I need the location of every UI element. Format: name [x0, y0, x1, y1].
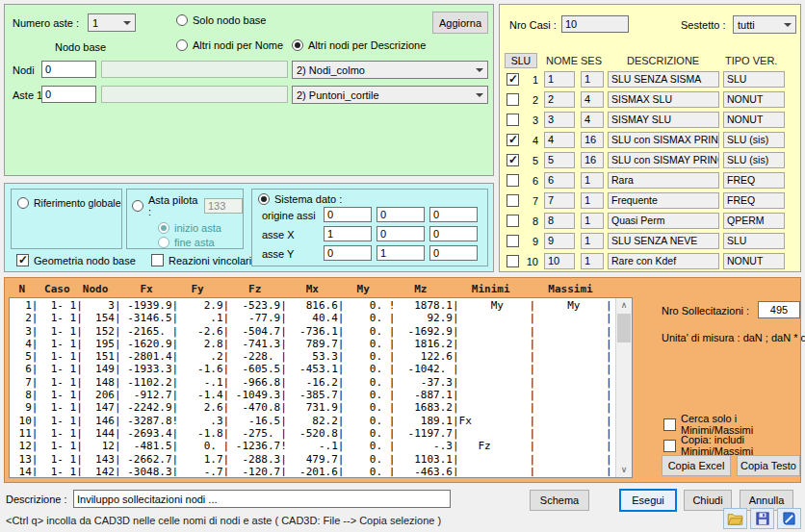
case-descrizione-field[interactable]: Frequente	[608, 192, 719, 209]
descrizione-input[interactable]	[73, 490, 451, 508]
case-descrizione-field[interactable]: SLU SENZA NEVE	[608, 233, 719, 249]
scroll-up-icon[interactable]: ∧	[616, 298, 632, 313]
case-nome-field[interactable]: 8	[544, 213, 575, 229]
result-row[interactable]: 1| 1- 1| 3| -1939.9| 2.9| -523.9| 816.6|…	[13, 299, 615, 312]
result-row[interactable]: 10| 1- 1| 146| -3287.8! .3| -16.5| 82.2|…	[13, 415, 615, 427]
result-row[interactable]: 5| 1- 1| 151| -2801.4| .2| -228. | 53.3|…	[13, 350, 615, 363]
copia-testo-button[interactable]: Copia Testo	[737, 455, 800, 476]
case-tipo-field[interactable]: FREQ	[723, 192, 785, 209]
geometria-nodo-base-checkbox[interactable]: Geometria nodo base	[16, 254, 136, 266]
copia-includi-checkbox[interactable]: Copia: includi Minimi/Massimi	[663, 434, 800, 457]
scroll-down-icon[interactable]: ∨	[616, 463, 632, 477]
axis-value-input[interactable]	[429, 207, 478, 222]
result-row[interactable]: 11| 1- 1| 144| -2693.4| -1.8| -275. | -5…	[13, 427, 615, 440]
case-checkbox-checked[interactable]	[506, 73, 519, 86]
open-file-button[interactable]	[723, 508, 747, 529]
case-checkbox[interactable]	[506, 93, 519, 106]
case-nome-field[interactable]: 3	[544, 112, 575, 128]
result-row[interactable]: 6| 1- 1| 149| -1933.3| -1.6| -605.5| -45…	[13, 363, 615, 375]
radio-riferimento-globale[interactable]: Riferimento globale	[17, 197, 121, 209]
case-descrizione-field[interactable]: SISMAX SLU	[608, 91, 719, 108]
case-tipo-field[interactable]: NONUT	[723, 253, 785, 269]
radio-sistema-dato[interactable]: Sistema dato :	[258, 193, 487, 205]
reazioni-vincolari-checkbox[interactable]: Reazioni vincolari	[151, 254, 251, 266]
case-tipo-field[interactable]: SLU (sis)	[723, 152, 785, 168]
aste1-input[interactable]	[41, 86, 96, 103]
case-descrizione-field[interactable]: SLU con SISMAY PRINC	[608, 152, 719, 168]
case-checkbox[interactable]	[506, 174, 519, 187]
result-row[interactable]: 14| 1- 1| 142| -3048.3| -.7| -120.7| -20…	[13, 466, 615, 476]
result-row[interactable]: 2| 1- 1| 154| -3146.5| .1| -77.9| 40.4| …	[13, 312, 615, 324]
nodi-descrizione-select[interactable]: 2) Nodi_colmo	[292, 61, 488, 79]
result-row[interactable]: 9| 1- 1| 147| -2242.9| 2.6| -470.8| 731.…	[13, 401, 615, 414]
radio-inizio-asta[interactable]: inizio asta	[158, 222, 243, 234]
nro-sollecitazioni-input[interactable]	[758, 301, 800, 318]
case-checkbox[interactable]	[506, 194, 519, 207]
axis-value-input[interactable]	[377, 207, 425, 222]
case-ses-field[interactable]: 1	[581, 71, 604, 88]
axis-value-input[interactable]	[429, 245, 478, 261]
case-checkbox-checked[interactable]	[506, 134, 519, 146]
results-list[interactable]: 1| 1- 1| 3| -1939.9| 2.9| -523.9| 816.6|…	[9, 297, 633, 478]
schema-button[interactable]: Schema	[530, 490, 589, 511]
result-row[interactable]: 13| 1- 1| 143| -2662.7| 1.7| -288.3| 479…	[13, 453, 615, 466]
axis-value-input[interactable]	[324, 245, 372, 261]
case-ses-field[interactable]: 4	[581, 112, 604, 128]
case-descrizione-field[interactable]: SLU con SISMAX PRINC	[608, 132, 719, 148]
case-ses-field[interactable]: 1	[581, 233, 604, 249]
help-book-button[interactable]	[777, 508, 801, 529]
aggiorna-button[interactable]: Aggiorna	[432, 12, 488, 34]
case-tipo-field[interactable]: NONUT	[723, 91, 785, 108]
case-tipo-field[interactable]: QPERM	[723, 213, 785, 229]
case-checkbox-checked[interactable]	[506, 154, 519, 166]
case-ses-field[interactable]: 1	[581, 213, 604, 229]
case-nome-field[interactable]: 2	[544, 91, 575, 108]
case-nome-field[interactable]: 6	[544, 172, 575, 189]
case-nome-field[interactable]: 10	[544, 253, 575, 269]
radio-fine-asta[interactable]: fine asta	[158, 237, 243, 248]
case-descrizione-field[interactable]: SISMAY SLU	[608, 112, 719, 128]
case-tipo-field[interactable]: NONUT	[723, 112, 785, 128]
sestetto-select[interactable]: tutti	[733, 15, 796, 34]
case-checkbox[interactable]	[506, 235, 519, 247]
case-ses-field[interactable]: 1	[581, 253, 604, 269]
axis-value-input[interactable]	[324, 226, 372, 241]
axis-value-input[interactable]	[429, 226, 478, 241]
save-file-button[interactable]	[750, 508, 774, 529]
result-row[interactable]: 12| 1- 1| 12| -481.5| 0. | -1236.7! -.1|…	[13, 440, 615, 452]
radio-altri-nodi-nome[interactable]: Altri nodi per Nome	[176, 39, 283, 51]
case-descrizione-field[interactable]: Rara	[608, 172, 719, 189]
radio-solo-nodo-base[interactable]: Solo nodo base	[176, 14, 266, 26]
case-ses-field[interactable]: 4	[581, 91, 604, 108]
asta-pilota-input[interactable]	[204, 198, 243, 214]
case-nome-field[interactable]: 7	[544, 192, 575, 209]
axis-value-input[interactable]	[377, 245, 425, 261]
case-nome-field[interactable]: 1	[544, 71, 575, 88]
nro-casi-input[interactable]	[561, 15, 629, 33]
cerca-minimi-checkbox[interactable]: Cerca solo i Minimi/Massimi	[663, 413, 800, 436]
numero-aste-select[interactable]: 1	[88, 13, 136, 32]
result-row[interactable]: 3| 1- 1| 152| -2165. | -2.6| -504.7| -73…	[13, 325, 615, 338]
case-tipo-field[interactable]: SLU	[723, 233, 785, 249]
case-descrizione-field[interactable]: SLU SENZA SISMA	[608, 71, 719, 88]
case-ses-field[interactable]: 16	[581, 152, 604, 168]
case-nome-field[interactable]: 5	[544, 152, 575, 168]
case-tipo-field[interactable]: SLU	[723, 71, 785, 88]
case-ses-field[interactable]: 1	[581, 192, 604, 209]
case-ses-field[interactable]: 16	[581, 132, 604, 148]
aste1-descrizione-select[interactable]: 2) Puntoni_cortile	[292, 86, 488, 104]
copia-excel-button[interactable]: Copia Excel	[662, 455, 731, 476]
case-ses-field[interactable]: 1	[581, 172, 604, 189]
case-nome-field[interactable]: 4	[544, 132, 575, 148]
vertical-scrollbar[interactable]: ∧ ∨	[615, 298, 632, 477]
nodi-input[interactable]	[41, 61, 96, 78]
case-descrizione-field[interactable]: Rare con Kdef	[608, 253, 719, 269]
radio-altri-nodi-descrizione[interactable]: Altri nodi per Descrizione	[292, 39, 426, 51]
case-descrizione-field[interactable]: Quasi Perm	[608, 213, 719, 229]
slu-column-header-button[interactable]: SLU	[505, 53, 537, 68]
case-tipo-field[interactable]: SLU (sis)	[723, 132, 785, 148]
axis-value-input[interactable]	[324, 207, 372, 222]
radio-asta-pilota[interactable]: Asta pilota :	[132, 194, 243, 217]
scrollbar-thumb[interactable]	[617, 314, 631, 342]
result-row[interactable]: 7| 1- 1| 148| -1102.2| -.1| -966.8| -16.…	[13, 376, 615, 389]
